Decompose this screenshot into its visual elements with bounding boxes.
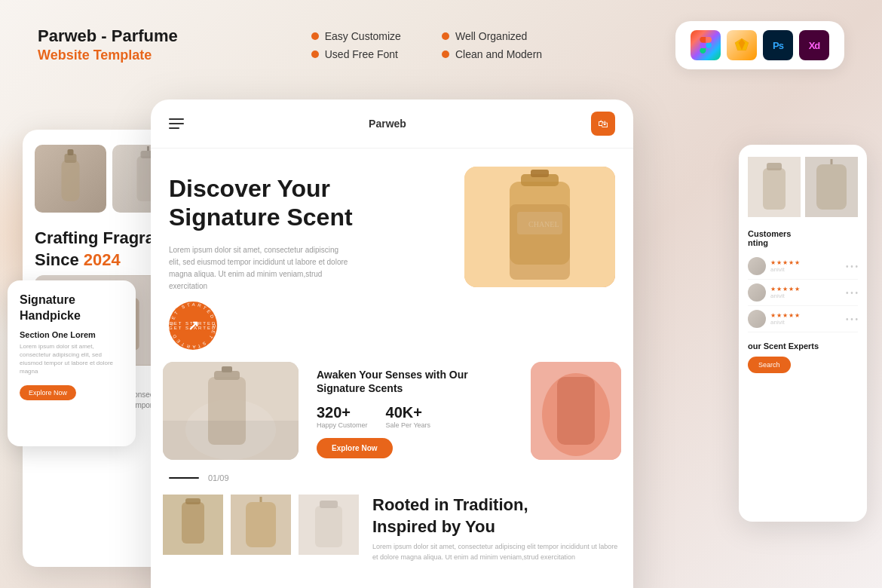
svg-rect-42	[816, 164, 847, 210]
right-image-2	[805, 157, 858, 217]
brand-name: Parweb - Parfume	[38, 26, 178, 46]
photoshop-icon: Ps	[763, 30, 793, 60]
figma-icon	[691, 30, 721, 60]
right-perfume-images	[748, 157, 858, 217]
hero-section: Discover Your Signature Scent Lorem ipsu…	[151, 149, 633, 350]
stat1-label: Happy Customer	[317, 421, 368, 429]
main-area: Crafting Fragranc Since 2024 Section One…	[0, 84, 882, 588]
svg-text:CHANEL: CHANEL	[528, 220, 559, 228]
feature-item: Clean and Modern	[442, 48, 542, 60]
sketch-icon	[727, 30, 757, 60]
hero-perfume-image: CHANEL	[464, 167, 615, 287]
signature-title: Signature Handpicke	[20, 292, 124, 324]
info-middle-block: Awaken Your Senses with Our Signature Sc…	[308, 362, 522, 464]
hero-description: Lorem ipsum dolor sit amet, consectetur …	[169, 244, 350, 292]
bottom-image-1	[163, 495, 223, 555]
xd-icon: Xd	[799, 30, 829, 60]
section-lorem-text: Lorem ipsum dolor sit amet, consectetur …	[20, 342, 124, 376]
cart-button[interactable]: 🛍	[591, 112, 615, 136]
cta-circle-button[interactable]: GET STARTED GET STARTED ↗	[169, 302, 217, 350]
right-card: Customers nting ★★★★★ anivit • • • ★★★★★…	[739, 145, 867, 522]
more-dots-3: • • •	[846, 315, 858, 323]
svg-rect-37	[320, 501, 338, 508]
explore-now-main-button[interactable]: Explore Now	[317, 438, 393, 458]
svg-rect-19	[517, 212, 562, 234]
info-right-image	[531, 362, 621, 460]
bottom-text-block: Rooted in Tradition, Inspired by You Lor…	[366, 495, 621, 562]
svg-rect-39	[763, 168, 786, 210]
stars-2: ★★★★★	[770, 286, 801, 292]
features-list: Easy Customize Well Organized Used Free …	[311, 30, 542, 60]
mockup-navbar: Parweb 🛍	[151, 100, 633, 149]
front-mini-card: Signature Handpicke Section One Lorem Lo…	[8, 280, 136, 446]
stat2-number: 40K+	[386, 404, 431, 421]
stat-sale-years: 40K+ Sale Per Years	[386, 404, 431, 429]
svg-rect-36	[315, 506, 342, 547]
review-text-2: anivit	[770, 292, 801, 299]
perfume-thumb-1	[35, 145, 106, 213]
page-header: Parweb - Parfume Website Template Easy C…	[0, 0, 882, 69]
info-section: Awaken Your Senses with Our Signature Sc…	[163, 362, 621, 464]
info-title: Awaken Your Senses with Our Signature Sc…	[317, 368, 513, 395]
svg-rect-40	[767, 163, 782, 170]
bottom-lorem-text: Lorem ipsum dolor sit amet, consectetur …	[372, 542, 621, 562]
customers-label: Customers nting	[748, 229, 858, 247]
svg-rect-28	[557, 377, 595, 445]
progress-line	[169, 477, 199, 479]
arrow-icon: ↗	[188, 317, 199, 334]
main-mockup: Parweb 🛍 Discover Your Signature Scent L…	[151, 100, 633, 588]
progress-row: 01/09	[151, 467, 633, 488]
hamburger-icon[interactable]	[169, 118, 184, 129]
feature-item: Used Free Font	[311, 48, 412, 60]
info-left-image	[163, 362, 299, 460]
review-row-3: ★★★★★ anivit • • •	[748, 306, 858, 332]
review-row-1: ★★★★★ anivit • • •	[748, 253, 858, 280]
bottom-main-title: Rooted in Tradition, Inspired by You	[372, 495, 621, 537]
progress-text: 01/09	[208, 473, 229, 482]
stat1-number: 320+	[317, 404, 368, 421]
scent-experts-label: our Scent Experts	[748, 341, 858, 351]
stars-3: ★★★★★	[770, 312, 801, 319]
svg-rect-3	[62, 160, 80, 201]
stat-happy-customer: 320+ Happy Customer	[317, 404, 368, 429]
avatar-3	[748, 310, 766, 328]
review-text-1: anivit	[770, 266, 801, 273]
right-image-1	[748, 157, 801, 217]
bottom-section: Rooted in Tradition, Inspired by You Lor…	[163, 495, 621, 562]
svg-rect-30	[182, 502, 204, 544]
stats-row: 320+ Happy Customer 40K+ Sale Per Years	[317, 404, 513, 429]
svg-rect-33	[246, 502, 276, 547]
search-button[interactable]: Search	[748, 357, 791, 373]
bottom-image-2	[231, 495, 291, 555]
review-row-2: ★★★★★ anivit • • •	[748, 280, 858, 306]
stars-1: ★★★★★	[770, 259, 801, 266]
svg-rect-16	[510, 182, 570, 265]
bottom-image-3	[299, 495, 359, 555]
explore-now-button[interactable]: Explore Now	[20, 385, 76, 400]
svg-rect-25	[222, 366, 232, 372]
review-text-3: anivit	[770, 319, 801, 326]
more-dots-1: • • •	[846, 262, 858, 271]
svg-rect-31	[185, 498, 201, 504]
avatar-1	[748, 257, 766, 275]
right-image-row	[748, 157, 858, 217]
svg-rect-5	[68, 149, 74, 155]
hero-title: Discover Your Signature Scent	[169, 174, 449, 232]
brand-subtitle: Website Template	[38, 47, 178, 64]
feature-item: Well Organized	[442, 30, 542, 42]
feature-item: Easy Customize	[311, 30, 412, 42]
svg-rect-23	[208, 377, 246, 445]
tool-icons-bar: Ps Xd	[675, 21, 844, 69]
brand-block: Parweb - Parfume Website Template	[38, 26, 178, 64]
more-dots-2: • • •	[846, 289, 858, 297]
mockup-brand: Parweb	[369, 118, 406, 130]
hero-text-block: Discover Your Signature Scent Lorem ipsu…	[169, 167, 449, 350]
svg-rect-18	[531, 170, 549, 177]
section-one-label: Section One Lorem	[20, 330, 124, 339]
stat2-label: Sale Per Years	[386, 421, 431, 429]
avatar-2	[748, 283, 766, 302]
